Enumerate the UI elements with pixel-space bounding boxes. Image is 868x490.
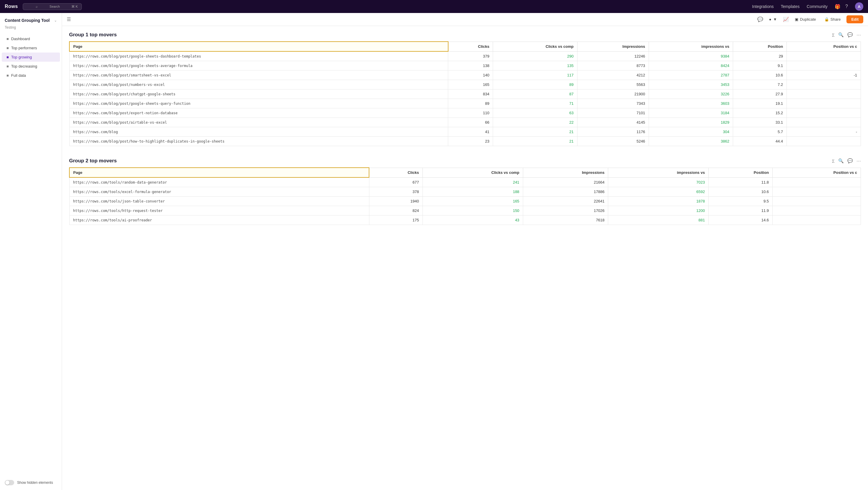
toggle-label: Show hidden elements (17, 481, 53, 485)
group2-table: Page Clicks Clicks vs comp Impressions i… (69, 167, 861, 225)
brand-logo[interactable]: Rows (5, 4, 18, 9)
sidebar-subtitle: Testing (0, 25, 62, 33)
cell-impressions: 7618 (523, 215, 608, 225)
group2-actions: Σ 🔍 💬 ⋯ (832, 158, 861, 163)
dashboard-icon: ■ (6, 37, 9, 41)
sidebar-toggle-icon[interactable]: ☰ (67, 17, 71, 22)
col-page-1: Page (69, 42, 448, 51)
history-icon: ● (769, 17, 771, 22)
cell-clicks: 378 (369, 187, 423, 196)
cell-page: https://rows.com/tools/excel-formula-gen… (69, 187, 369, 196)
sidebar-item-dashboard[interactable]: ■ Dashboard (2, 34, 60, 43)
cell-imp-vs: 3226 (649, 89, 733, 99)
more-icon[interactable]: ⋯ (857, 32, 861, 37)
nav-integrations[interactable]: Integrations (752, 4, 774, 9)
search-icon: ⌕ (36, 5, 38, 8)
table-row: https://rows.com/blog/post/smartsheet-vs… (69, 70, 861, 80)
duplicate-icon: ▣ (795, 17, 798, 22)
cell-clicks: 1940 (369, 196, 423, 206)
col-clicks-vs-1: Clicks vs comp (493, 42, 577, 51)
cell-clicks: 834 (448, 89, 493, 99)
sigma-icon[interactable]: Σ (832, 32, 835, 37)
cell-clicks-vs: 241 (423, 177, 523, 187)
help-icon[interactable]: ? (845, 4, 848, 9)
chevron-down-icon[interactable]: ⌄ (54, 18, 57, 23)
comment-table-icon2[interactable]: 💬 (847, 158, 853, 163)
cell-clicks-vs: 71 (493, 99, 577, 108)
cell-clicks-vs: 21 (493, 127, 577, 137)
cell-clicks-vs: 117 (493, 70, 577, 80)
cell-clicks: 41 (448, 127, 493, 137)
cell-clicks: 677 (369, 177, 423, 187)
top-nav: Rows ⌕ Search ⌘ K Integrations Templates… (0, 0, 868, 13)
cell-clicks-vs: 290 (493, 51, 577, 61)
cell-imp-vs: 1200 (608, 206, 709, 215)
sidebar-item-top-performers[interactable]: ■ Top performers (2, 43, 60, 53)
cell-page: https://rows.com/tools/random-data-gener… (69, 177, 369, 187)
search-bar[interactable]: ⌕ Search ⌘ K (23, 3, 82, 10)
cell-page: https://rows.com/blog (69, 127, 448, 137)
comment-table-icon[interactable]: 💬 (847, 32, 853, 37)
cell-position: 10.6 (709, 187, 773, 196)
search-table-icon[interactable]: 🔍 (838, 32, 844, 37)
group2-header: Group 2 top movers Σ 🔍 💬 ⋯ (69, 158, 861, 164)
cell-clicks-vs: 21 (493, 137, 577, 146)
sidebar-item-top-decreasing[interactable]: ■ Top decreasing (2, 62, 60, 71)
cell-imp-vs: 1878 (608, 196, 709, 206)
cell-clicks: 110 (448, 108, 493, 118)
cell-impressions: 4145 (577, 118, 649, 127)
cell-clicks: 824 (369, 206, 423, 215)
nav-right: Integrations Templates Community 🎁 ? A (752, 2, 863, 11)
hidden-elements-toggle[interactable] (5, 480, 14, 485)
share-button[interactable]: 🔒 Share (822, 16, 843, 23)
col-position-1: Position (733, 42, 787, 51)
comment-icon[interactable]: 💬 (757, 17, 763, 22)
col-impressions-1: Impressions (577, 42, 649, 51)
cell-impressions: 5563 (577, 80, 649, 89)
cell-position: 44.4 (733, 137, 787, 146)
gift-icon[interactable]: 🎁 (835, 4, 841, 9)
cell-clicks-vs: 87 (493, 89, 577, 99)
cell-position: 10.6 (733, 70, 787, 80)
cell-clicks-vs: 63 (493, 108, 577, 118)
cell-pos-vs (787, 137, 861, 146)
cell-imp-vs: 6592 (608, 187, 709, 196)
cell-pos-vs: -1 (787, 70, 861, 80)
cell-clicks-vs: 43 (423, 215, 523, 225)
cell-page: https://rows.com/blog/post/google-sheets… (69, 61, 448, 70)
history-chevron: ▼ (773, 17, 777, 22)
cell-pos-vs (773, 187, 861, 196)
duplicate-button[interactable]: ▣ Duplicate (793, 16, 818, 23)
cell-pos-vs (787, 61, 861, 70)
more-icon2[interactable]: ⋯ (857, 158, 861, 163)
nav-templates[interactable]: Templates (781, 4, 800, 9)
sidebar-item-label: Top decreasing (11, 64, 37, 68)
cell-imp-vs: 3862 (649, 137, 733, 146)
cell-imp-vs: 9384 (649, 51, 733, 61)
chart-icon[interactable]: 📈 (783, 17, 789, 22)
toolbar-left: ☰ (67, 17, 71, 22)
cell-clicks: 89 (448, 99, 493, 108)
toolbar-right: 💬 ● ▼ 📈 ▣ Duplicate 🔒 Share Edit (757, 16, 863, 23)
col-page-2: Page (69, 168, 369, 177)
cell-imp-vs: 3184 (649, 108, 733, 118)
cell-clicks: 165 (448, 80, 493, 89)
nav-community[interactable]: Community (807, 4, 828, 9)
cell-clicks-vs: 188 (423, 187, 523, 196)
cell-imp-vs: 3603 (649, 99, 733, 108)
user-avatar[interactable]: A (855, 2, 863, 11)
content-area: Group 1 top movers Σ 🔍 💬 ⋯ Page Clicks C… (62, 26, 868, 243)
cell-impressions: 1176 (577, 127, 649, 137)
cell-pos-vs (773, 177, 861, 187)
cell-impressions: 21664 (523, 177, 608, 187)
cell-position: 19.1 (733, 99, 787, 108)
cell-pos-vs (787, 99, 861, 108)
sigma-icon2[interactable]: Σ (832, 158, 835, 163)
sidebar-item-full-data[interactable]: ■ Full data (2, 71, 60, 80)
edit-button[interactable]: Edit (846, 16, 863, 23)
search-table-icon2[interactable]: 🔍 (838, 158, 844, 163)
cell-impressions: 22641 (523, 196, 608, 206)
history-button[interactable]: ● ▼ (767, 16, 779, 23)
sidebar-item-top-growing[interactable]: ■ Top growing (2, 53, 60, 62)
duplicate-label: Duplicate (800, 17, 816, 22)
